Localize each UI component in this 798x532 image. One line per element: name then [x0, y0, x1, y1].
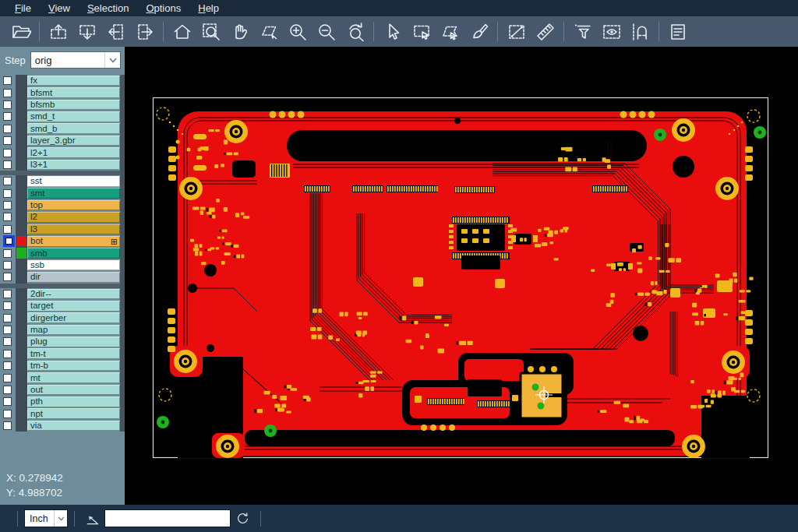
shift-down-button[interactable]	[72, 19, 101, 44]
open-file-button[interactable]	[6, 19, 35, 44]
shift-down-icon	[77, 22, 97, 42]
layer-name-ssb[interactable]: ssb	[27, 260, 120, 271]
zoom-previous-button[interactable]	[341, 19, 369, 44]
clean-button[interactable]	[464, 19, 493, 44]
layer-checkbox-dirgerber[interactable]	[3, 314, 12, 322]
select-poly-button[interactable]	[436, 19, 464, 44]
layer-name-dir[interactable]: dir	[27, 272, 120, 283]
layer-checkbox-bfsmt[interactable]	[3, 89, 12, 97]
layer-checkbox-ssb[interactable]	[3, 261, 12, 270]
layer-checkbox-tm-t[interactable]	[3, 350, 12, 358]
layer-name-sst[interactable]: sst	[27, 176, 120, 187]
layer-name-smt[interactable]: smt	[27, 188, 120, 199]
home-view-button[interactable]	[168, 19, 196, 44]
filter-button[interactable]	[568, 19, 597, 44]
layer-checkbox-out[interactable]	[3, 386, 12, 394]
measure-button[interactable]	[502, 19, 531, 44]
pcb-canvas[interactable]	[125, 47, 798, 505]
layer-checkbox-target[interactable]	[3, 301, 12, 310]
layer-checkbox-smt[interactable]	[3, 189, 12, 198]
layer-name-mt[interactable]: mt	[27, 372, 120, 383]
layer-name-dirgerber[interactable]: dirgerber	[27, 312, 120, 323]
display-options-button[interactable]	[597, 19, 626, 44]
layer-checkbox-mt[interactable]	[3, 374, 12, 382]
layer-name-layer_3.gbr[interactable]: layer_3.gbr	[27, 136, 120, 146]
layer-name-tm-t[interactable]: tm-t	[27, 348, 120, 359]
layer-name-smd_t[interactable]: smd_t	[27, 111, 120, 122]
active-layer-checkbox-highlight[interactable]	[3, 235, 15, 247]
layer-checkbox-tm-b[interactable]	[3, 361, 12, 370]
layer-name-smd_b[interactable]: smd_b	[27, 123, 120, 134]
layer-checkbox-2dir--[interactable]	[3, 290, 12, 298]
filter-icon	[573, 22, 593, 42]
layer-label: l3+1	[30, 160, 48, 170]
layer-checkbox-pth[interactable]	[3, 397, 12, 406]
select-rect-button[interactable]	[407, 19, 436, 44]
layer-name-via[interactable]: via	[27, 421, 120, 432]
menu-item-view[interactable]: View	[40, 1, 79, 16]
shift-left-button[interactable]	[101, 19, 130, 44]
menu-item-selection[interactable]: Selection	[79, 1, 137, 16]
menu-item-file[interactable]: File	[6, 1, 40, 16]
layer-name-smb[interactable]: smb	[27, 248, 120, 259]
zoom-in-button[interactable]	[283, 19, 312, 44]
layer-name-bfsmt[interactable]: bfsmt	[27, 87, 120, 98]
command-input[interactable]	[104, 509, 231, 527]
layer-checkbox-l2[interactable]	[3, 213, 12, 221]
layer-grid-icon[interactable]: ⊞	[111, 238, 118, 245]
layer-name-npt[interactable]: npt	[27, 408, 120, 419]
zoom-out-button[interactable]	[312, 19, 341, 44]
layer-checkbox-l3+1[interactable]	[3, 160, 12, 169]
layer-checkbox-smd_b[interactable]	[3, 125, 12, 133]
report-button[interactable]	[663, 19, 692, 44]
layer-name-l3[interactable]: l3	[27, 224, 120, 235]
layer-name-bfsmb[interactable]: bfsmb	[27, 100, 120, 111]
layer-color-swatch[interactable]	[16, 248, 26, 258]
layer-name-bot[interactable]: bot⊞	[27, 236, 120, 247]
layer-name-map[interactable]: map	[27, 325, 120, 336]
layer-name-target[interactable]: target	[27, 301, 120, 312]
layer-name-tm-b[interactable]: tm-b	[27, 361, 120, 372]
layer-checkbox-sst[interactable]	[3, 177, 12, 185]
shift-right-button[interactable]	[130, 19, 159, 44]
layer-checkbox-bfsmb[interactable]	[3, 100, 12, 109]
layer-color-swatch[interactable]	[16, 236, 26, 246]
layer-name-plug[interactable]: plug	[27, 336, 120, 347]
select-button[interactable]	[378, 19, 407, 44]
layer-name-pth[interactable]: pth	[27, 396, 120, 407]
layer-name-l3+1[interactable]: l3+1	[27, 160, 120, 171]
layer-checkbox-smb[interactable]	[3, 249, 12, 258]
layer-checkbox-map[interactable]	[3, 326, 12, 334]
layer-checkbox-via[interactable]	[3, 421, 12, 430]
layer-name-fx[interactable]: fx	[27, 76, 120, 86]
layer-row-bfsmb: bfsmb	[0, 99, 120, 111]
measure-angle-icon[interactable]	[83, 509, 103, 529]
layer-checkbox-l2+1[interactable]	[3, 149, 12, 157]
menu-item-help[interactable]: Help	[189, 1, 228, 16]
layer-checkbox-cell	[0, 177, 16, 185]
layer-checkbox-layer_3.gbr[interactable]	[3, 136, 12, 145]
layer-checkbox-top[interactable]	[3, 201, 12, 210]
layer-checkbox-plug[interactable]	[3, 337, 12, 346]
layer-checkbox-npt[interactable]	[3, 410, 12, 418]
layer-name-l2[interactable]: l2	[27, 212, 120, 223]
layer-name-top[interactable]: top	[27, 200, 120, 211]
layer-name-out[interactable]: out	[27, 385, 120, 396]
refresh-icon[interactable]	[232, 509, 252, 529]
layer-name-l2+1[interactable]: l2+1	[27, 147, 120, 158]
step-select[interactable]: orig	[30, 51, 121, 69]
layer-checkbox-smd_t[interactable]	[3, 112, 12, 121]
zoom-area-button[interactable]	[254, 19, 283, 44]
layer-checkbox-fx[interactable]	[3, 76, 12, 85]
layer-checkbox-l3[interactable]	[3, 225, 12, 234]
menu-item-options[interactable]: Options	[137, 1, 189, 16]
pan-button[interactable]	[225, 19, 254, 44]
layer-name-2dir--[interactable]: 2dir--	[27, 289, 120, 300]
layer-checkbox-bot[interactable]	[5, 238, 12, 245]
unit-select[interactable]: Inch	[24, 509, 68, 527]
shift-up-button[interactable]	[44, 19, 72, 44]
ruler-button[interactable]	[531, 19, 560, 44]
zoom-window-button[interactable]	[196, 19, 225, 44]
snap-button[interactable]	[626, 19, 655, 44]
layer-checkbox-dir[interactable]	[3, 273, 12, 281]
